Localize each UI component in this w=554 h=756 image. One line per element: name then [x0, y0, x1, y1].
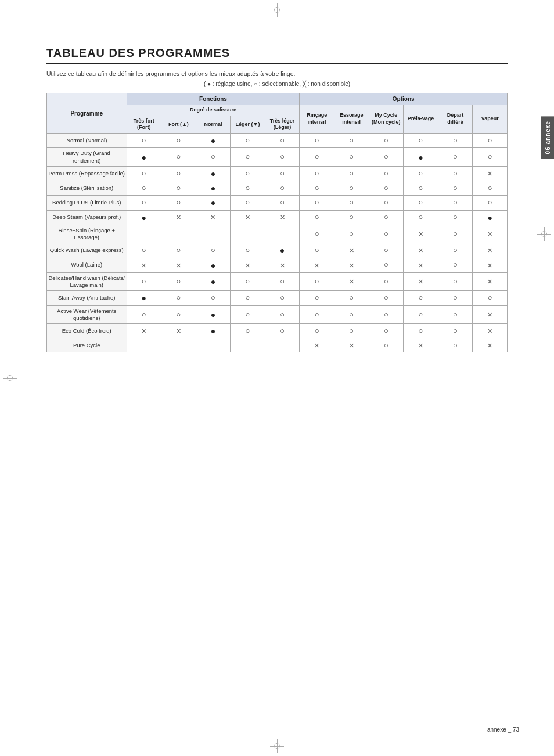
cell-value: ○ — [369, 324, 404, 339]
cell-value: ○ — [438, 305, 473, 324]
cell-value — [231, 339, 265, 352]
cell-value: ✕ — [473, 166, 508, 181]
cell-value: ✕ — [161, 210, 196, 225]
cell-value: ○ — [473, 134, 508, 148]
table-row: Pure Cycle✕✕○✕○✕ — [47, 339, 508, 352]
cell-value: ✕ — [404, 243, 438, 258]
table-row: Stain Away (Anti-tache)●○○○○○○○○○○ — [47, 291, 508, 305]
cell-value: ✕ — [231, 258, 265, 272]
cell-value: ○ — [265, 305, 300, 324]
cell-value: ○ — [438, 258, 473, 272]
cell-value: ● — [265, 243, 300, 258]
prog-name: Delicates/Hand wash (Délicats/ Lavage ma… — [47, 272, 127, 291]
programmes-table: Programme Fonctions Options Degré de sal… — [46, 93, 508, 352]
cell-value: ○ — [438, 324, 473, 339]
cell-value: ○ — [438, 225, 473, 243]
cell-value: ○ — [231, 148, 265, 167]
cell-value: ✕ — [300, 339, 334, 352]
prog-name: Heavy Duty (Grand rendement) — [47, 148, 127, 167]
cell-value: ○ — [161, 305, 196, 324]
cell-value: ○ — [231, 291, 265, 305]
prog-name: Deep Steam (Vapeurs prof.) — [47, 210, 127, 225]
group-options: Options — [300, 93, 508, 105]
cell-value: ○ — [300, 305, 334, 324]
table-row: Sanitize (Stérilisation)○○●○○○○○○○○ — [47, 181, 508, 196]
cell-value: ✕ — [265, 258, 300, 272]
col-fort: Fort (▲) — [161, 116, 196, 133]
table-row: Normal (Normal)○○●○○○○○○○○ — [47, 134, 508, 148]
cell-value: ○ — [265, 291, 300, 305]
cell-value: ✕ — [334, 258, 369, 272]
cell-value: ○ — [300, 166, 334, 181]
cell-value: ✕ — [300, 258, 334, 272]
cell-value: ○ — [369, 225, 404, 243]
cell-value: ○ — [161, 134, 196, 148]
cell-value: ● — [127, 210, 161, 225]
cell-value: ○ — [265, 148, 300, 167]
col-rincage: Rinçage intensif — [300, 105, 334, 134]
cell-value: ○ — [334, 148, 369, 167]
footer-text: annexe _ 73 — [487, 726, 519, 733]
cell-value: ○ — [231, 305, 265, 324]
prog-name: Quick Wash (Lavage express) — [47, 243, 127, 258]
cell-value: ○ — [300, 291, 334, 305]
cell-value: ○ — [161, 166, 196, 181]
cell-value: ○ — [334, 324, 369, 339]
cell-value: ○ — [231, 196, 265, 210]
cell-value: ✕ — [404, 339, 438, 352]
cell-value: ● — [196, 324, 231, 339]
table-row: Eco Cold (Éco froid)✕✕●○○○○○○○✕ — [47, 324, 508, 339]
cell-value: ✕ — [127, 258, 161, 272]
vline-right-top — [539, 6, 539, 29]
cell-value — [265, 339, 300, 352]
cell-value: ○ — [127, 181, 161, 196]
cell-value: ○ — [438, 291, 473, 305]
cell-value: ○ — [334, 196, 369, 210]
cell-value: ○ — [161, 181, 196, 196]
cell-value — [196, 225, 231, 243]
cell-value: ✕ — [404, 225, 438, 243]
cell-value — [231, 225, 265, 243]
cell-value: ○ — [369, 196, 404, 210]
cell-value — [127, 225, 161, 243]
cell-value: ○ — [265, 166, 300, 181]
cell-value: ○ — [265, 196, 300, 210]
cell-value: ✕ — [473, 339, 508, 352]
cell-value: ○ — [334, 305, 369, 324]
cell-value: ○ — [369, 166, 404, 181]
cell-value: ○ — [334, 225, 369, 243]
table-row: Rinse+Spin (Rinçage + Essorage)○○○✕○✕ — [47, 225, 508, 243]
cell-value: ○ — [369, 181, 404, 196]
cell-value: ○ — [438, 134, 473, 148]
prog-name: Stain Away (Anti-tache) — [47, 291, 127, 305]
cell-value: ✕ — [473, 243, 508, 258]
cell-value: ○ — [161, 196, 196, 210]
cell-value: ✕ — [127, 324, 161, 339]
col-tres-fort: Très fort (Fort) — [127, 116, 161, 133]
hline-bottom-right — [525, 741, 548, 741]
cell-value: ○ — [404, 181, 438, 196]
cell-value: ✕ — [334, 272, 369, 291]
cell-value: ○ — [473, 196, 508, 210]
cell-value: ✕ — [473, 258, 508, 272]
cell-value: ○ — [231, 134, 265, 148]
prog-name: Bedding PLUS (Literie Plus) — [47, 196, 127, 210]
cell-value: ○ — [300, 210, 334, 225]
cell-value: ○ — [265, 134, 300, 148]
cell-value: ○ — [127, 305, 161, 324]
cell-value: ○ — [334, 210, 369, 225]
col-essorage: Essorage intensif — [334, 105, 369, 134]
corner-mark-br — [531, 733, 548, 750]
cell-value — [161, 225, 196, 243]
cell-value: ○ — [300, 324, 334, 339]
prog-name: Sanitize (Stérilisation) — [47, 181, 127, 196]
cell-value — [196, 339, 231, 352]
crosshair-left — [3, 371, 17, 385]
col-tres-leger: Très léger (Léger) — [265, 116, 300, 133]
cell-value: ○ — [404, 134, 438, 148]
cell-value: ○ — [300, 225, 334, 243]
cell-value: ○ — [196, 291, 231, 305]
cell-value: ○ — [265, 272, 300, 291]
cell-value: ● — [196, 258, 231, 272]
vline-left-bottom — [15, 727, 15, 750]
